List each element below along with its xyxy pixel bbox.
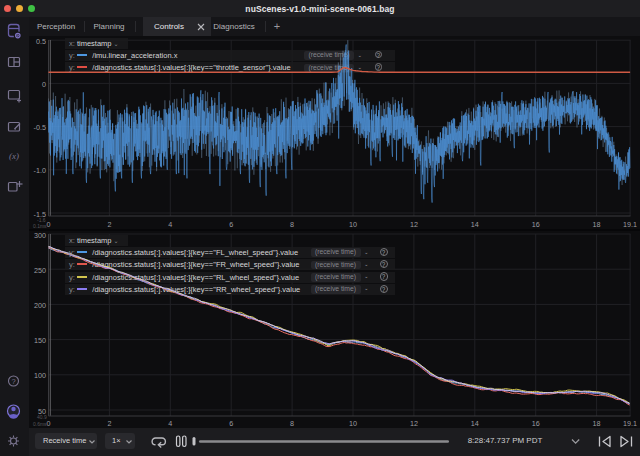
svg-text:?: ? <box>11 377 15 386</box>
svg-text:(x): (x) <box>9 151 19 161</box>
